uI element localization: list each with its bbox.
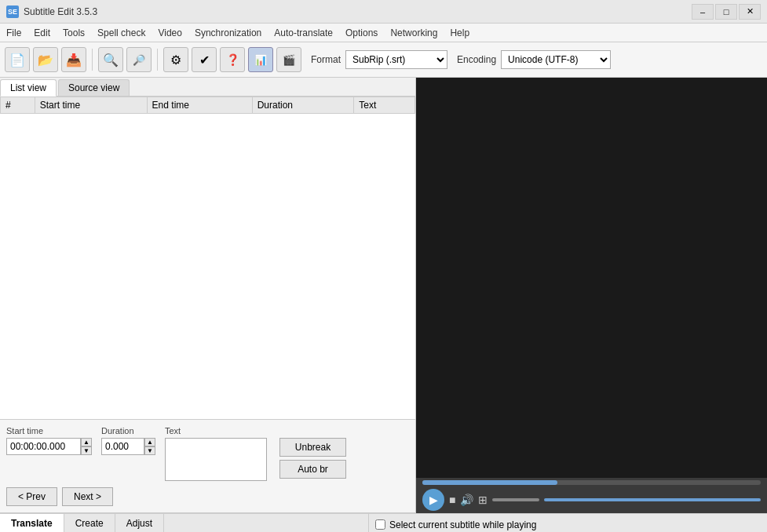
progress-bar-fill: [422, 480, 557, 485]
new-button[interactable]: 📄: [5, 47, 30, 72]
find-button[interactable]: 🔍: [98, 47, 123, 72]
waveform-panel: Select current subtitle while playing Cl…: [369, 514, 767, 532]
maximize-button[interactable]: □: [715, 4, 737, 20]
format-select[interactable]: SubRip (.srt) Advanced SubStation Alpha …: [345, 50, 447, 69]
menu-tools[interactable]: Tools: [57, 24, 91, 42]
start-time-input[interactable]: [6, 438, 81, 455]
toolbar: 📄 📂 📥 🔍 🔎 ⚙ ✔ ❓ 📊 🎬 Format SubRip (.srt)…: [0, 42, 767, 78]
main-content: List view Source view # Start time End t…: [0, 78, 767, 513]
open-button[interactable]: 📂: [33, 47, 58, 72]
encoding-label: Encoding: [457, 54, 496, 65]
select-subtitle-checkbox[interactable]: [375, 519, 385, 530]
col-duration: Duration: [252, 97, 354, 114]
waveform-header: Select current subtitle while playing: [369, 514, 767, 532]
left-panel: List view Source view # Start time End t…: [0, 78, 416, 513]
select-subtitle-label: Select current subtitle while playing: [389, 519, 536, 530]
settings-button[interactable]: ⚙: [163, 47, 188, 72]
menu-spellcheck[interactable]: Spell check: [91, 24, 152, 42]
bottom-section: Translate Create Adjust Auto repeat Auto…: [0, 513, 767, 532]
subtitle-checkbox-row: Select current subtitle while playing: [375, 519, 536, 530]
stop-button[interactable]: ■: [449, 494, 455, 506]
encoding-select[interactable]: Unicode (UTF-8) UTF-16 ASCII Windows-125…: [501, 50, 611, 69]
tab-create[interactable]: Create: [64, 514, 115, 532]
unbreak-button[interactable]: Unbreak: [279, 438, 346, 457]
help-button[interactable]: ❓: [220, 47, 245, 72]
col-end-time: End time: [147, 97, 252, 114]
mute-button[interactable]: 🔊: [460, 494, 473, 506]
text-row: Unbreak Auto br: [165, 438, 409, 481]
col-number: #: [1, 97, 35, 114]
translate-panel: Translate Create Adjust Auto repeat Auto…: [0, 514, 369, 532]
menu-bar: File Edit Tools Spell check Video Synchr…: [0, 24, 767, 42]
menu-video[interactable]: Video: [152, 24, 188, 42]
separator-1: [92, 49, 93, 71]
duration-group: Duration ▲ ▼: [101, 426, 155, 455]
duration-input[interactable]: [101, 438, 144, 455]
text-label: Text: [165, 426, 409, 435]
action-btns: Unbreak Auto br: [279, 438, 346, 481]
duration-spinners: ▲ ▼: [144, 438, 155, 455]
download-button[interactable]: 📥: [61, 47, 86, 72]
playback-slider[interactable]: [544, 498, 761, 501]
panel-tabs: Translate Create Adjust: [0, 514, 368, 532]
tab-adjust[interactable]: Adjust: [115, 514, 164, 532]
minimize-button[interactable]: –: [692, 4, 714, 20]
start-time-down[interactable]: ▼: [81, 446, 92, 455]
col-text: Text: [354, 97, 415, 114]
text-input[interactable]: [165, 438, 267, 481]
tab-list-view[interactable]: List view: [0, 79, 57, 97]
volume-slider[interactable]: [492, 498, 539, 501]
nav-btns: < Prev Next >: [6, 487, 409, 506]
view-tabs: List view Source view: [0, 78, 415, 97]
format-section: Format SubRip (.srt) Advanced SubStation…: [311, 50, 447, 69]
format-label: Format: [311, 54, 341, 65]
menu-options[interactable]: Options: [339, 24, 384, 42]
controls-row: ▶ ■ 🔊 ⊞: [422, 489, 761, 511]
check-button[interactable]: ✔: [192, 47, 217, 72]
app-title: Subtitle Edit 3.5.3: [24, 6, 692, 17]
waveform-button[interactable]: 📊: [248, 47, 273, 72]
start-time-label: Start time: [6, 426, 92, 435]
fullscreen-button[interactable]: ⊞: [478, 494, 488, 506]
menu-edit[interactable]: Edit: [27, 24, 57, 42]
col-start-time: Start time: [35, 97, 147, 114]
text-group: Text Unbreak Auto br: [165, 426, 409, 481]
start-time-spinners: ▲ ▼: [81, 438, 92, 455]
subtitle-table: # Start time End time Duration Text: [0, 97, 415, 114]
duration-up[interactable]: ▲: [144, 438, 155, 446]
menu-help[interactable]: Help: [444, 24, 476, 42]
play-button[interactable]: ▶: [422, 489, 444, 511]
next-button[interactable]: Next >: [62, 487, 113, 506]
right-panel: ▶ ■ 🔊 ⊞: [416, 78, 767, 513]
video-area: [416, 78, 767, 478]
edit-row: Start time ▲ ▼ Duration ▲: [6, 426, 409, 481]
auto-br-button[interactable]: Auto br: [279, 460, 346, 479]
subtitle-table-container: # Start time End time Duration Text: [0, 97, 415, 420]
menu-autotranslate[interactable]: Auto-translate: [268, 24, 339, 42]
video-button[interactable]: 🎬: [276, 47, 301, 72]
app-icon: SE: [6, 5, 19, 18]
encoding-section: Encoding Unicode (UTF-8) UTF-16 ASCII Wi…: [457, 50, 611, 69]
menu-file[interactable]: File: [0, 24, 27, 42]
duration-wrapper: ▲ ▼: [101, 438, 155, 455]
window-controls: – □ ✕: [692, 4, 761, 20]
start-time-wrapper: ▲ ▼: [6, 438, 92, 455]
title-bar: SE Subtitle Edit 3.5.3 – □ ✕: [0, 0, 767, 24]
close-button[interactable]: ✕: [739, 4, 761, 20]
edit-area: Start time ▲ ▼ Duration ▲: [0, 420, 415, 513]
tab-source-view[interactable]: Source view: [58, 79, 130, 96]
duration-down[interactable]: ▼: [144, 446, 155, 455]
separator-2: [157, 49, 158, 71]
duration-label: Duration: [101, 426, 155, 435]
menu-synchronization[interactable]: Synchronization: [188, 24, 268, 42]
start-time-up[interactable]: ▲: [81, 438, 92, 446]
tab-translate[interactable]: Translate: [0, 514, 64, 532]
progress-bar-container[interactable]: [422, 480, 761, 485]
menu-networking[interactable]: Networking: [384, 24, 444, 42]
findreplace-button[interactable]: 🔎: [126, 47, 152, 72]
prev-button[interactable]: < Prev: [6, 487, 57, 506]
start-time-group: Start time ▲ ▼: [6, 426, 92, 455]
video-controls: ▶ ■ 🔊 ⊞: [416, 478, 767, 513]
